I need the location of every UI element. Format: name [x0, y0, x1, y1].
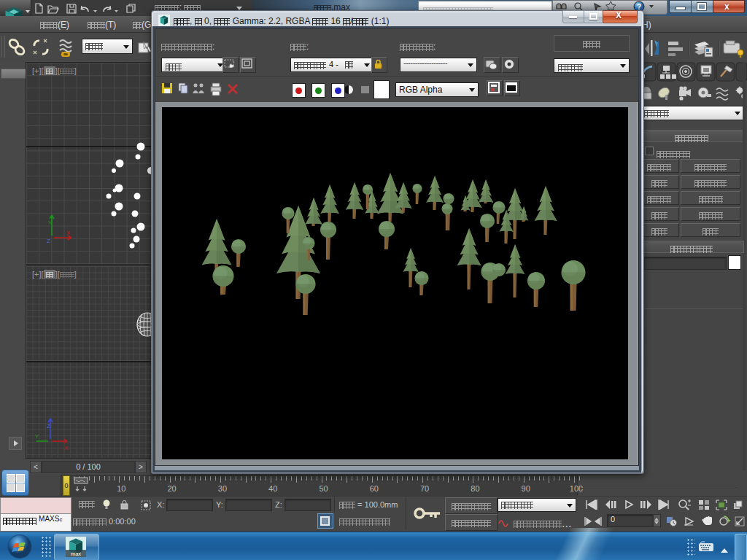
- svg-text:Z: Z: [47, 423, 50, 429]
- svg-text:X: X: [64, 445, 69, 451]
- svg-text:Y: Y: [48, 219, 53, 226]
- svg-text:Z: Z: [47, 238, 50, 244]
- svg-text:X: X: [66, 230, 71, 236]
- svg-text:Y: Y: [35, 433, 39, 440]
- svg-text:max: max: [71, 551, 81, 557]
